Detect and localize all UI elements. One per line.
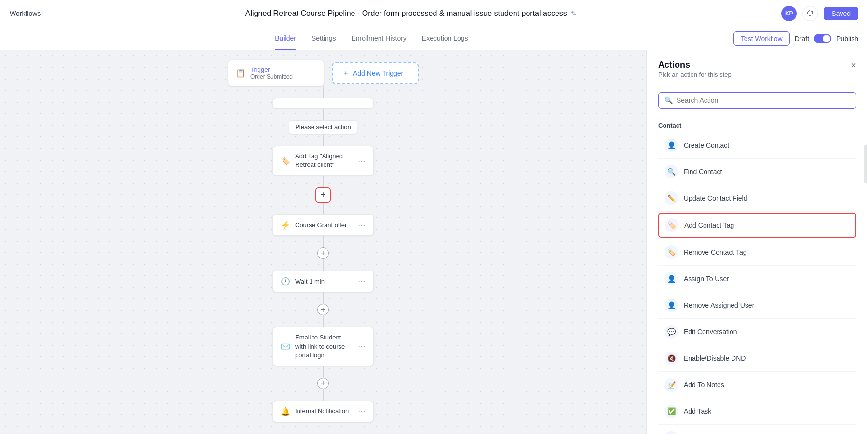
tab-builder[interactable]: Builder [275, 27, 296, 50]
divider-1 [658, 158, 856, 159]
tab-settings[interactable]: Settings [312, 27, 336, 50]
panel-header: Actions Pick an action for this step × [647, 50, 868, 84]
email-node-label: Email to Student with link to course por… [295, 333, 353, 360]
connector-2 [323, 108, 324, 120]
enable-disable-dnd-label: Enable/Disable DND [684, 354, 746, 362]
divider-3 [658, 211, 856, 212]
add-trigger-card[interactable]: ＋ Add New Trigger [332, 62, 419, 84]
add-task-label: Add Task [684, 407, 711, 415]
notification-node[interactable]: 🔔 Internal Notification ⋯ [272, 401, 374, 422]
header-title: Aligned Retreat Course Pipeline - Order … [41, 9, 781, 18]
notification-node-label: Internal Notification [295, 407, 353, 416]
avatar: KP [781, 6, 797, 21]
divider-7 [658, 318, 856, 319]
plus-icon: ＋ [342, 69, 349, 78]
email-node-menu[interactable]: ⋯ [358, 342, 366, 351]
action-create-contact[interactable]: 👤 Create Contact [658, 133, 856, 157]
add-btn-container-4: + [317, 366, 329, 401]
saved-button[interactable]: Saved [824, 7, 858, 20]
tabs-list: Builder Settings Enrollment History Exec… [10, 27, 733, 50]
course-node-menu[interactable]: ⋯ [358, 220, 366, 230]
notification-node-icon: 🔔 [281, 407, 290, 416]
test-workflow-button[interactable]: Test Workflow [733, 31, 790, 46]
course-node-icon: ⚡ [281, 220, 290, 230]
divider-4 [658, 239, 856, 239]
add-to-notes-label: Add To Notes [684, 381, 724, 389]
email-node-icon: ✉️ [281, 342, 290, 351]
add-btn-container-1: + [315, 176, 331, 214]
action-add-contact-tag[interactable]: 🏷️ Add Contact Tag [658, 213, 856, 238]
add-step-button-3[interactable]: + [317, 304, 329, 315]
search-icon: 🔍 [665, 96, 673, 104]
connector-10 [323, 366, 324, 378]
remove-contact-tag-icon: 🏷️ [665, 245, 678, 259]
empty-step-node [272, 98, 374, 108]
wait-node[interactable]: 🕐 Wait 1 min ⋯ [272, 271, 374, 292]
draft-publish-toggle[interactable] [814, 34, 831, 43]
tab-execution-logs[interactable]: Execution Logs [422, 27, 468, 50]
action-update-contact-field[interactable]: ✏️ Update Contact Field [658, 186, 856, 210]
course-node[interactable]: ⚡ Course Grant offer ⋯ [272, 214, 374, 236]
nav-label: Workflows [10, 10, 41, 17]
connector-11 [323, 389, 324, 401]
header-actions: KP ⏱ Saved [781, 6, 858, 21]
main-area: 📋 Trigger Order Submitted ＋ Add New Trig… [0, 50, 868, 434]
draft-label: Draft [795, 35, 809, 42]
action-add-task[interactable]: ✅ Add Task [658, 399, 856, 423]
wait-node-menu[interactable]: ⋯ [358, 277, 366, 286]
find-contact-label: Find Contact [684, 168, 722, 176]
tabs-bar: Builder Settings Enrollment History Exec… [0, 27, 868, 50]
wait-node-icon: 🕐 [281, 277, 290, 286]
action-edit-conversation[interactable]: 💬 Edit Conversation [658, 320, 856, 344]
update-contact-field-label: Update Contact Field [684, 194, 747, 202]
enable-disable-dnd-icon: 🔇 [665, 352, 678, 365]
create-contact-label: Create Contact [684, 141, 729, 149]
connector-1 [323, 86, 324, 98]
trigger-text: Trigger Order Submitted [250, 66, 293, 80]
divider-9 [658, 371, 856, 372]
tag-node[interactable]: 🏷️ Add Tag "Aligned Retreat client" ⋯ [272, 146, 374, 176]
add-contact-tag-label: Add Contact Tag [684, 221, 734, 229]
action-remove-contact-tag[interactable]: 🏷️ Remove Contact Tag [658, 240, 856, 264]
panel-subtitle: Pick an action for this step [658, 71, 732, 78]
find-contact-icon: 🔍 [665, 165, 678, 178]
remove-contact-tag-label: Remove Contact Tag [684, 248, 746, 256]
wait-node-label: Wait 1 min [295, 277, 353, 286]
assign-to-user-label: Assign To User [684, 275, 729, 283]
add-step-button-1[interactable]: + [315, 187, 331, 203]
add-step-button-4[interactable]: + [317, 378, 329, 389]
connector-5 [323, 203, 324, 214]
action-find-contact[interactable]: 🔍 Find Contact [658, 160, 856, 184]
email-node[interactable]: ✉️ Email to Student with link to course … [272, 327, 374, 366]
action-copy-contact[interactable]: 📋 Copy Contact [658, 426, 856, 434]
search-input[interactable] [677, 96, 850, 104]
add-trigger-label: Add New Trigger [353, 69, 403, 77]
edit-conversation-label: Edit Conversation [684, 328, 737, 336]
workflow-canvas[interactable]: 📋 Trigger Order Submitted ＋ Add New Trig… [0, 50, 646, 434]
tag-node-menu[interactable]: ⋯ [358, 156, 366, 165]
search-box: 🔍 [658, 92, 856, 108]
trigger-label: Trigger [250, 66, 293, 73]
actions-panel: Actions Pick an action for this step × 🔍… [646, 50, 868, 434]
action-add-to-notes[interactable]: 📝 Add To Notes [658, 373, 856, 397]
clock-button[interactable]: ⏱ [802, 6, 818, 21]
create-contact-icon: 👤 [665, 138, 678, 152]
trigger-sublabel: Order Submitted [250, 73, 293, 80]
action-enable-disable-dnd[interactable]: 🔇 Enable/Disable DND [658, 346, 856, 370]
notification-node-menu[interactable]: ⋯ [358, 407, 366, 416]
edit-title-icon[interactable]: ✎ [571, 10, 577, 17]
edit-conversation-icon: 💬 [665, 325, 678, 339]
tab-enrollment-history[interactable]: Enrollment History [351, 27, 406, 50]
panel-close-button[interactable]: × [851, 60, 856, 71]
tabs-right-actions: Test Workflow Draft Publish [733, 31, 858, 46]
add-btn-container-3: + [317, 292, 329, 327]
action-remove-assigned-user[interactable]: 👤 Remove Assigned User [658, 293, 856, 317]
action-list: Contact 👤 Create Contact 🔍 Find Contact … [647, 116, 868, 434]
divider-2 [658, 185, 856, 185]
add-step-button-2[interactable]: + [317, 247, 329, 259]
action-assign-to-user[interactable]: 👤 Assign To User [658, 267, 856, 291]
workflow-nodes: 📋 Trigger Order Submitted ＋ Add New Trig… [0, 50, 646, 434]
remove-assigned-user-icon: 👤 [665, 298, 678, 312]
update-contact-field-icon: ✏️ [665, 191, 678, 205]
trigger-card[interactable]: 📋 Trigger Order Submitted [228, 60, 324, 86]
